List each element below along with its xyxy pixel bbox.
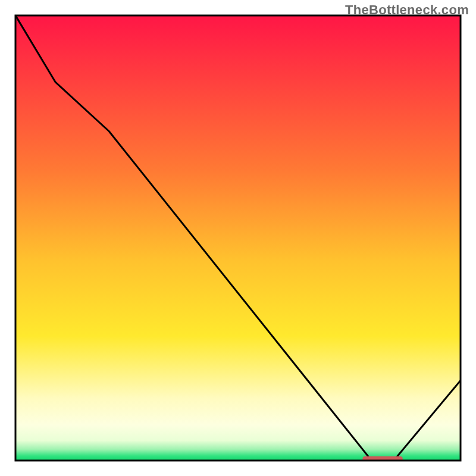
chart-root: TheBottleneck.com (0, 0, 476, 476)
watermark-text: TheBottleneck.com (345, 2, 469, 18)
bottleneck-chart (0, 0, 476, 476)
plot-area (15, 15, 461, 462)
gradient-background (15, 15, 461, 461)
